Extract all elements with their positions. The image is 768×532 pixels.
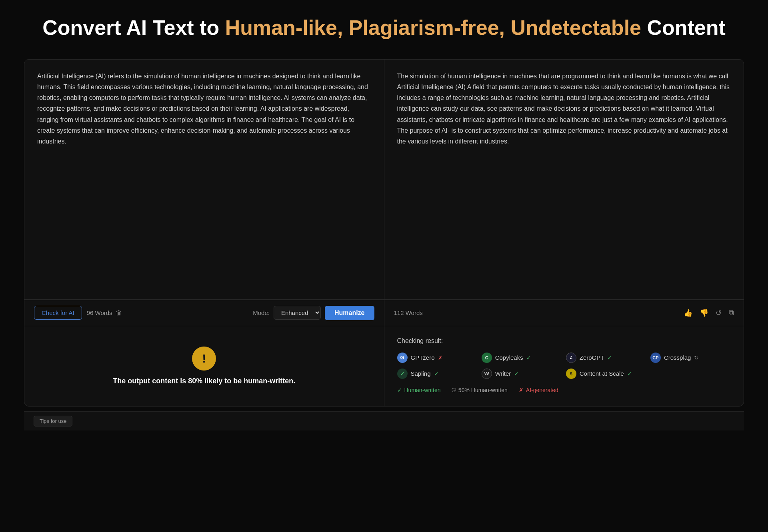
zerogpt-logo: Z <box>566 353 576 363</box>
title-text-3 <box>505 16 510 39</box>
left-footer-content: Check for AI 96 Words 🗑 Mode: Enhanced H… <box>34 306 374 320</box>
legend-50-human: © 50% Human-written <box>452 387 508 393</box>
gptzero-label: GPTzero <box>411 354 435 361</box>
footer-row: Check for AI 96 Words 🗑 Mode: Enhanced H… <box>24 299 744 326</box>
zerogpt-label: ZeroGPT <box>580 354 604 361</box>
checker-gptzero: G GPTzero ✗ <box>397 353 478 363</box>
title-text-1: Convert AI Text to <box>42 16 225 39</box>
bottom-section: ! The output content is 80% likely to be… <box>24 326 744 406</box>
warning-symbol: ! <box>202 352 206 365</box>
tips-button[interactable]: Tips for use <box>34 416 72 426</box>
warning-icon: ! <box>192 347 216 371</box>
checker-content-scale: $ Content at Scale ✓ <box>566 369 646 379</box>
title-highlight-2: Plagiarism-free, <box>349 16 505 39</box>
checker-copyleaks: C Copyleaks ✓ <box>482 353 562 363</box>
writer-label: Writer <box>495 370 511 377</box>
gptzero-status: ✗ <box>438 355 443 361</box>
crossplag-label: Crossplag <box>664 354 691 361</box>
tips-bar: Tips for use <box>24 411 744 430</box>
legend-50-label: 50% Human-written <box>458 387 508 393</box>
legend-ai-symbol: ✗ <box>519 387 524 393</box>
thumbs-down-icon[interactable]: 👎 <box>700 309 708 317</box>
content-scale-logo: $ <box>566 369 576 379</box>
mode-label: Mode: <box>253 309 270 316</box>
sapling-label: Sapling <box>411 370 431 377</box>
writer-status: ✓ <box>514 371 519 377</box>
copyleaks-label: Copyleaks <box>495 354 523 361</box>
left-editor-text[interactable]: Artificial Intelligence (AI) refers to t… <box>37 71 371 288</box>
mode-select[interactable]: Enhanced <box>274 306 321 320</box>
checker-sapling: ✓ Sapling ✓ <box>397 369 478 379</box>
crossplag-status: ↻ <box>694 355 699 361</box>
right-bottom-checking: Checking result: G GPTzero ✗ C Copyleaks… <box>384 326 744 406</box>
checker-zerogpt: Z ZeroGPT ✓ <box>566 353 646 363</box>
copy-icon[interactable]: ⧉ <box>729 309 734 317</box>
word-count-area: 96 Words 🗑 <box>87 309 122 317</box>
checking-title: Checking result: <box>397 337 731 345</box>
title-text-2 <box>343 16 348 39</box>
main-card: Artificial Intelligence (AI) refers to t… <box>24 59 744 406</box>
title-highlight-3: Undetectable <box>510 16 641 39</box>
thumbs-up-icon[interactable]: 👍 <box>684 309 692 317</box>
sapling-status: ✓ <box>434 371 439 377</box>
word-count-label: 96 Words <box>87 309 112 316</box>
mode-area: Mode: Enhanced Humanize <box>253 306 374 320</box>
checker-grid: G GPTzero ✗ C Copyleaks ✓ Z ZeroGPT ✓ <box>397 353 731 379</box>
checker-crossplag: CP Crossplag ↻ <box>650 353 731 363</box>
refresh-icon[interactable]: ↺ <box>716 309 722 317</box>
legend-ai-label: AI-generated <box>526 387 558 393</box>
crossplag-logo: CP <box>650 353 661 363</box>
right-footer: 112 Words 👍 👎 ↺ ⧉ <box>384 300 744 326</box>
legend-human-label: Human-written <box>404 387 441 393</box>
legend-human-symbol: ✓ <box>397 387 402 393</box>
check-ai-button[interactable]: Check for AI <box>34 306 82 320</box>
trash-icon[interactable]: 🗑 <box>116 309 122 317</box>
content-scale-label: Content at Scale <box>580 370 624 377</box>
title-text-4: Content <box>641 16 726 39</box>
gptzero-logo: G <box>397 353 408 363</box>
zerogpt-status: ✓ <box>607 355 612 361</box>
legend-ai-generated: ✗ AI-generated <box>519 387 558 393</box>
copyleaks-status: ✓ <box>526 355 531 361</box>
checker-writer: W Writer ✓ <box>482 369 562 379</box>
sapling-logo: ✓ <box>397 369 408 379</box>
action-icons: 👍 👎 ↺ ⧉ <box>684 309 734 317</box>
copyleaks-logo: C <box>482 353 492 363</box>
title-highlight-1: Human-like, <box>225 16 343 39</box>
right-editor-text: The simulation of human intelligence in … <box>397 71 731 288</box>
legend-human-written: ✓ Human-written <box>397 387 441 393</box>
warning-message: The output content is 80% likely to be h… <box>113 377 295 385</box>
writer-logo: W <box>482 369 492 379</box>
editor-row: Artificial Intelligence (AI) refers to t… <box>24 60 744 299</box>
right-editor-panel: The simulation of human intelligence in … <box>384 60 744 299</box>
content-scale-status: ✓ <box>627 371 632 377</box>
legend-50-symbol: © <box>452 387 456 393</box>
right-word-count: 112 Words <box>394 309 423 316</box>
left-footer: Check for AI 96 Words 🗑 Mode: Enhanced H… <box>24 300 384 326</box>
page-title: Convert AI Text to Human-like, Plagiaris… <box>24 16 744 40</box>
humanize-button[interactable]: Humanize <box>325 306 374 320</box>
left-editor-panel: Artificial Intelligence (AI) refers to t… <box>24 60 384 299</box>
legend-row: ✓ Human-written © 50% Human-written ✗ AI… <box>397 387 731 393</box>
left-bottom-warning: ! The output content is 80% likely to be… <box>24 326 384 406</box>
